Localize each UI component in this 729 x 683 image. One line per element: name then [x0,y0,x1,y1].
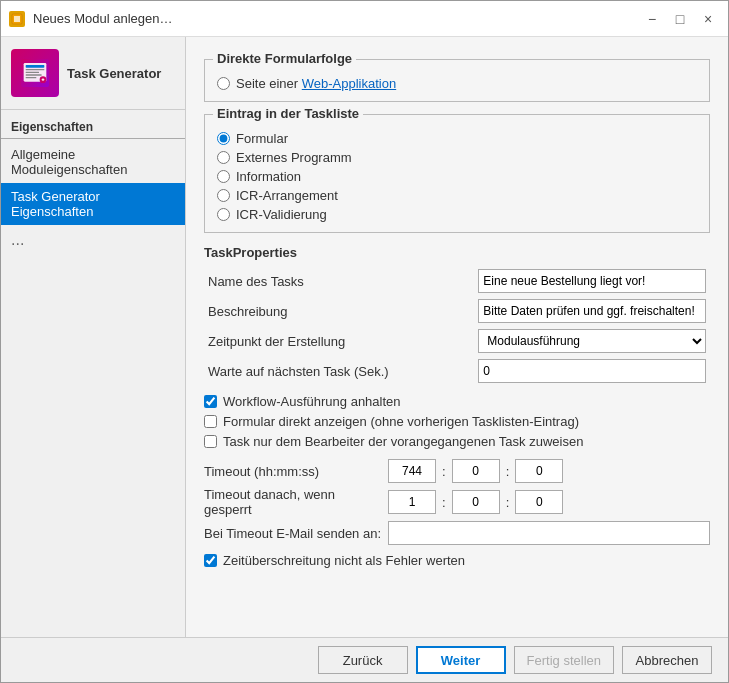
taskliste-options: Formular Externes Programm Information I… [217,127,697,222]
timeout-row2-s[interactable] [515,490,563,514]
main-panel: Direkte Formularfolge Seite einer Web-Ap… [186,37,728,637]
maximize-button[interactable]: □ [668,7,692,31]
field-name-row: Name des Tasks [204,266,710,296]
last-checkbox-group: Zeitüberschreitung nicht als Fehler wert… [204,553,710,568]
radio-information-input[interactable] [217,170,230,183]
next-button[interactable]: Weiter [416,646,506,674]
field-zeitpunkt-label: Zeitpunkt der Erstellung [204,326,474,356]
checkbox-timeout-no-error[interactable]: Zeitüberschreitung nicht als Fehler wert… [204,553,710,568]
main-window: Neues Modul anlegen… − □ × [0,0,729,683]
cancel-button[interactable]: Abbrechen [622,646,712,674]
sidebar-dots: ... [1,225,185,255]
svg-rect-9 [26,74,42,75]
footer: Zurück Weiter Fertig stellen Abbrechen [1,637,728,682]
timeout-row2-h[interactable] [388,490,436,514]
timeout-row2-m[interactable] [452,490,500,514]
task-checkboxes: Workflow-Ausführung anhalten Formular di… [204,394,710,449]
task-properties-form: Name des Tasks Beschreibung Zeitpunkt de… [204,266,710,386]
radio-information[interactable]: Information [217,169,697,184]
sidebar-item-allgemeine[interactable]: Allgemeine Moduleigenschaften [1,141,185,183]
svg-rect-10 [26,77,37,78]
taskliste-section: Eintrag in der Taskliste Formular Extern… [204,114,710,233]
timeout-email-label: Bei Timeout E-Mail senden an: [204,526,384,541]
field-zeitpunkt-row: Zeitpunkt der Erstellung Modulausführung [204,326,710,356]
radio-icr-arrangement-input[interactable] [217,189,230,202]
radio-web-app-input[interactable] [217,77,230,90]
checkbox-formular-direkt[interactable]: Formular direkt anzeigen (ohne vorherige… [204,414,710,429]
timeout-row1-label: Timeout (hh:mm:ss) [204,464,384,479]
finish-button[interactable]: Fertig stellen [514,646,614,674]
sidebar-section-label: Eigenschaften [1,110,185,139]
field-beschreibung-row: Beschreibung [204,296,710,326]
sidebar-item-task-gen[interactable]: Task Generator Eigenschaften [1,183,185,225]
timeout-section: Timeout (hh:mm:ss) : : Timeout danach, w… [204,459,710,545]
taskliste-title: Eintrag in der Taskliste [213,106,363,121]
svg-rect-7 [26,69,45,70]
app-name: Task Generator [67,66,161,81]
close-button[interactable]: × [696,7,720,31]
checkbox-timeout-no-error-input[interactable] [204,554,217,567]
sidebar-header: Task Generator [1,37,185,110]
svg-rect-6 [26,65,45,68]
checkbox-workflow[interactable]: Workflow-Ausführung anhalten [204,394,710,409]
window-title: Neues Modul anlegen… [33,11,640,26]
sidebar: Task Generator Eigenschaften Allgemeine … [1,37,186,637]
field-warte-row: Warte auf nächsten Task (Sek.) [204,356,710,386]
radio-ext-prog[interactable]: Externes Programm [217,150,697,165]
radio-icr-validierung-input[interactable] [217,208,230,221]
timeout-row2: Timeout danach, wenn gesperrt : : [204,487,710,517]
window-icon [9,11,25,27]
timeout-row1: Timeout (hh:mm:ss) : : [204,459,710,483]
minimize-button[interactable]: − [640,7,664,31]
back-button[interactable]: Zurück [318,646,408,674]
radio-web-app[interactable]: Seite einer Web-Applikation [217,76,697,91]
content-area: Task Generator Eigenschaften Allgemeine … [1,37,728,637]
field-beschreibung-input[interactable] [478,299,706,323]
radio-icr-arrangement[interactable]: ICR-Arrangement [217,188,697,203]
direkte-formularfolge-options: Seite einer Web-Applikation [217,72,697,91]
timeout-row2-label: Timeout danach, wenn gesperrt [204,487,384,517]
app-logo [11,49,59,97]
title-bar: Neues Modul anlegen… − □ × [1,1,728,37]
task-properties-title: TaskProperties [204,245,710,260]
svg-rect-8 [26,72,39,73]
timeout-row1-s[interactable] [515,459,563,483]
window-controls: − □ × [640,7,720,31]
field-beschreibung-label: Beschreibung [204,296,474,326]
field-name-input[interactable] [478,269,706,293]
timeout-row1-h[interactable] [388,459,436,483]
checkbox-task-bearbeiter-input[interactable] [204,435,217,448]
field-name-label: Name des Tasks [204,266,474,296]
timeout-row1-m[interactable] [452,459,500,483]
field-warte-input[interactable] [478,359,706,383]
timeout-email-input[interactable] [388,521,710,545]
timeout-email-row: Bei Timeout E-Mail senden an: [204,521,710,545]
direkte-formularfolge-section: Direkte Formularfolge Seite einer Web-Ap… [204,59,710,102]
field-zeitpunkt-select[interactable]: Modulausführung [478,329,706,353]
radio-formular[interactable]: Formular [217,131,697,146]
radio-ext-prog-input[interactable] [217,151,230,164]
task-properties-section: TaskProperties Name des Tasks Beschreibu… [204,245,710,568]
direkte-formularfolge-title: Direkte Formularfolge [213,51,356,66]
radio-icr-validierung[interactable]: ICR-Validierung [217,207,697,222]
checkbox-task-bearbeiter[interactable]: Task nur dem Bearbeiter der vorangegange… [204,434,710,449]
checkbox-formular-direkt-input[interactable] [204,415,217,428]
radio-formular-input[interactable] [217,132,230,145]
field-warte-label: Warte auf nächsten Task (Sek.) [204,356,474,386]
checkbox-workflow-input[interactable] [204,395,217,408]
